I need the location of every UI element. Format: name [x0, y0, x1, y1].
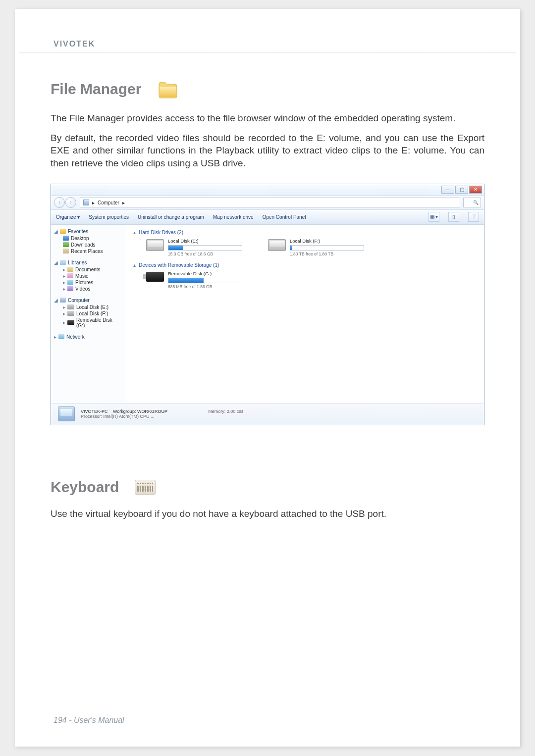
breadcrumb[interactable]: ▸ Computer ▸ — [80, 198, 460, 207]
navigation-pane: ◢Favorites Desktop Downloads Recent Plac… — [51, 225, 125, 403]
details-pane: VIVOTEK-PC Workgroup: WORKGROUP Memory: … — [51, 403, 484, 425]
help-button[interactable]: ❔ — [468, 212, 479, 222]
system-properties-button[interactable]: System properties — [89, 214, 129, 220]
sidebar-computer[interactable]: Computer — [68, 298, 90, 303]
hdd-icon — [268, 239, 286, 251]
brand-label: VIVOTEK — [54, 40, 95, 49]
drive-local-f[interactable]: Local Disk (F:) 1.80 TB free of 1.80 TB — [268, 238, 372, 256]
sidebar-pictures[interactable]: Pictures — [75, 280, 93, 285]
content-pane: ▴Hard Disk Drives (2) Local Disk (E:) 15… — [125, 225, 484, 403]
drive-removable-g[interactable]: Removable Disk (G:) 885 MB free of 1.86 … — [146, 271, 250, 289]
disk-e-icon — [67, 304, 74, 309]
keyboard-heading: Keyboard — [51, 479, 484, 496]
videos-icon — [67, 286, 73, 291]
keyboard-p1: Use the virtual keyboard if you do not h… — [51, 507, 484, 520]
header-divider — [19, 52, 516, 53]
category-removable-storage: Devices with Removable Storage (1) — [139, 262, 219, 268]
drive-g-usage-bar — [168, 278, 242, 283]
keyboard-icon — [135, 480, 156, 495]
window-titlebar: – ▢ ✕ — [51, 184, 484, 196]
sidebar-videos[interactable]: Videos — [75, 286, 90, 292]
breadcrumb-sep-2: ▸ — [122, 200, 125, 205]
sidebar-desktop[interactable]: Desktop — [71, 236, 89, 241]
computer-icon — [83, 200, 89, 205]
sidebar-documents[interactable]: Documents — [75, 267, 101, 272]
disk-g-icon — [67, 320, 74, 325]
maximize-button[interactable]: ▢ — [455, 186, 468, 194]
details-processor: Intel(R) Atom(TM) CPU ... — [104, 414, 155, 419]
sidebar-removable-disk-g[interactable]: Removable Disk (G:) — [76, 317, 122, 328]
details-workgroup: WORKGROUP — [137, 409, 167, 414]
preview-pane-button[interactable]: ▯ — [448, 212, 459, 222]
sidebar-downloads[interactable]: Downloads — [71, 242, 95, 248]
drive-f-sub: 1.80 TB free of 1.80 TB — [290, 252, 372, 256]
map-network-drive-button[interactable]: Map network drive — [213, 214, 254, 220]
details-processor-label: Processor: — [81, 414, 102, 419]
desktop-icon — [63, 236, 69, 241]
hdd-icon — [146, 239, 164, 251]
recent-places-icon — [63, 249, 69, 253]
music-icon — [67, 273, 73, 278]
usb-drive-icon — [146, 272, 164, 282]
drive-f-label: Local Disk (F:) — [290, 238, 372, 244]
uninstall-button[interactable]: Uninstall or change a program — [138, 214, 204, 220]
drive-g-sub: 885 MB free of 1.86 GB — [168, 284, 250, 289]
page-footer: 194 - User's Manual — [54, 716, 124, 725]
view-options-button[interactable]: ▦ ▾ — [428, 212, 439, 222]
drive-e-usage-bar — [168, 245, 242, 251]
computer-icon — [60, 298, 66, 302]
disk-f-icon — [67, 311, 74, 316]
drive-e-sub: 15.3 GB free of 18.6 GB — [168, 252, 250, 256]
explorer-screenshot: – ▢ ✕ ‹ › ▸ Computer ▸ 🔍 Organize ▾ Syst… — [51, 184, 484, 425]
details-pcname: VIVOTEK-PC — [81, 409, 108, 414]
organize-button[interactable]: Organize ▾ — [56, 214, 80, 220]
pictures-icon — [67, 280, 73, 285]
address-bar: ‹ › ▸ Computer ▸ 🔍 — [51, 196, 484, 210]
sidebar-music[interactable]: Music — [75, 273, 88, 279]
drive-f-usage-bar — [290, 245, 364, 251]
details-memory: 2.00 GB — [227, 409, 243, 414]
close-button[interactable]: ✕ — [469, 186, 482, 194]
category-hard-disk-drives: Hard Disk Drives (2) — [139, 230, 183, 235]
nav-back-button[interactable]: ‹ — [54, 197, 65, 208]
sidebar-favorites[interactable]: Favorites — [68, 229, 88, 234]
drive-local-e[interactable]: Local Disk (E:) 15.3 GB free of 18.6 GB — [146, 238, 250, 256]
sidebar-local-disk-f[interactable]: Local Disk (F:) — [76, 311, 108, 316]
breadcrumb-computer: Computer — [98, 200, 119, 205]
sidebar-network[interactable]: Network — [66, 334, 85, 340]
libraries-icon — [60, 260, 66, 265]
nav-forward-button[interactable]: › — [65, 197, 76, 208]
search-input[interactable]: 🔍 — [463, 198, 481, 207]
file-manager-heading: File Manager — [51, 78, 484, 100]
keyboard-heading-text: Keyboard — [51, 479, 119, 496]
file-manager-p2: By default, the recorded video files sho… — [51, 132, 484, 170]
pc-icon — [58, 406, 75, 421]
details-memory-label: Memory: — [208, 409, 225, 414]
explorer-toolbar: Organize ▾ System properties Uninstall o… — [51, 210, 484, 225]
downloads-icon — [63, 242, 69, 247]
file-manager-p1: The File Manager provides access to the … — [51, 112, 484, 125]
network-icon — [58, 334, 64, 339]
folder-icon — [157, 78, 179, 100]
minimize-button[interactable]: – — [441, 186, 454, 194]
breadcrumb-sep: ▸ — [92, 200, 95, 205]
details-workgroup-label: Workgroup: — [113, 409, 136, 414]
sidebar-libraries[interactable]: Libraries — [68, 260, 87, 265]
sidebar-recent-places[interactable]: Recent Places — [71, 249, 103, 254]
favorites-icon — [60, 229, 66, 234]
drive-g-label: Removable Disk (G:) — [168, 271, 250, 276]
explorer-body: ◢Favorites Desktop Downloads Recent Plac… — [51, 225, 484, 403]
sidebar-local-disk-e[interactable]: Local Disk (E:) — [76, 304, 108, 310]
open-control-panel-button[interactable]: Open Control Panel — [263, 214, 306, 220]
documents-icon — [67, 267, 73, 272]
drive-e-label: Local Disk (E:) — [168, 238, 250, 244]
file-manager-heading-text: File Manager — [51, 81, 141, 98]
